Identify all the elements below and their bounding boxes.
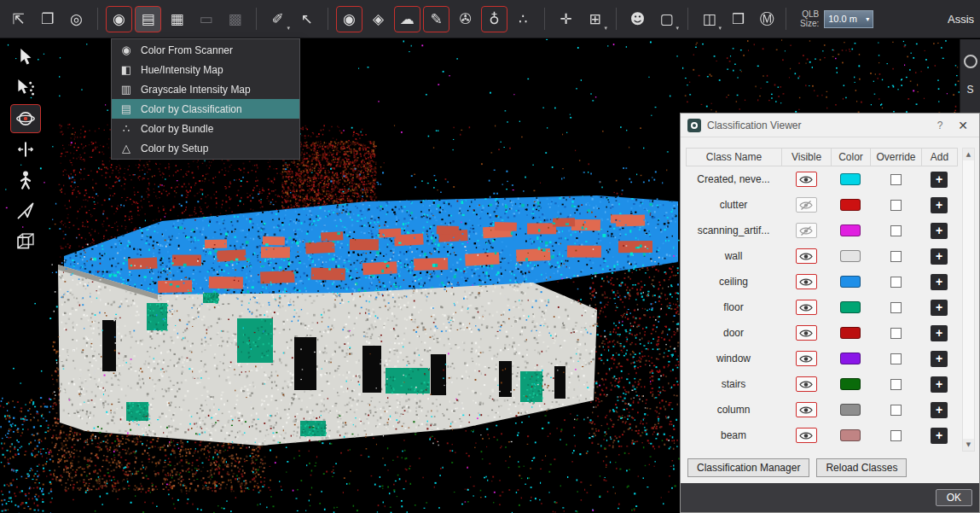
menu-item-color-by-bundle[interactable]: ∴Color by Bundle <box>112 119 299 138</box>
header-class-name[interactable]: Class Name <box>686 148 782 166</box>
pan-view-icon[interactable]: ⇱ <box>5 6 32 32</box>
override-checkbox[interactable] <box>890 200 902 211</box>
eye-icon[interactable] <box>796 402 817 417</box>
selection-mode-icon[interactable]: ▢▾ <box>653 6 680 32</box>
eye-icon[interactable] <box>796 376 817 392</box>
color-swatch[interactable] <box>840 224 861 236</box>
close-icon[interactable]: ✕ <box>954 119 972 132</box>
override-checkbox[interactable] <box>890 430 902 441</box>
class-row-ceiling: ceiling+ <box>686 269 979 294</box>
menu-item-color-by-classification[interactable]: ▤Color by Classification <box>112 99 299 119</box>
eye-icon[interactable] <box>796 172 817 187</box>
add-class-button[interactable]: + <box>931 325 948 341</box>
scan-target-icon[interactable]: ◉ <box>336 6 362 32</box>
add-class-button[interactable]: + <box>931 248 948 265</box>
view-cube-glyph: ◫ <box>702 12 716 26</box>
select-points-tool[interactable] <box>10 73 41 102</box>
eye-icon[interactable] <box>796 248 817 264</box>
walkthrough-tool[interactable] <box>10 166 41 195</box>
move-axes-icon[interactable]: ✛ <box>553 6 579 32</box>
qlb-label: QLB <box>800 9 819 19</box>
assistant-panel-label[interactable]: Assis <box>948 13 975 26</box>
orbit-tool[interactable] <box>10 104 41 133</box>
add-class-button[interactable]: + <box>931 172 948 188</box>
color-swatch[interactable] <box>840 199 861 211</box>
point-groups-icon[interactable]: ∴ <box>510 6 536 32</box>
grayscale-map-icon[interactable]: ▦ <box>164 6 190 32</box>
header-visible[interactable]: Visible <box>781 148 832 166</box>
override-checkbox[interactable] <box>890 302 902 313</box>
menu-item-color-from-scanner[interactable]: ◉Color From Scanner <box>112 40 299 60</box>
export-box-icon[interactable]: ⊞▾ <box>582 6 608 32</box>
add-class-button[interactable]: + <box>931 351 948 367</box>
view-cube-icon[interactable]: ◫▾ <box>696 6 722 32</box>
color-swatch[interactable] <box>840 250 861 262</box>
image-view-icon[interactable]: ▩ <box>222 6 248 32</box>
add-class-button[interactable]: + <box>931 428 948 444</box>
help-button[interactable]: ? <box>932 120 948 131</box>
color-from-scanner-icon[interactable]: ◉ <box>106 6 132 32</box>
header-add[interactable]: Add <box>921 148 958 166</box>
add-class-button[interactable]: + <box>931 223 948 239</box>
fly-tool[interactable] <box>10 196 41 225</box>
override-checkbox[interactable] <box>890 174 902 185</box>
override-checkbox[interactable] <box>890 277 902 288</box>
eye-icon[interactable] <box>796 351 817 366</box>
eye-icon[interactable] <box>796 274 817 289</box>
menu-item-hue-intensity-map[interactable]: ◧Hue/Intensity Map <box>112 60 299 79</box>
override-checkbox[interactable] <box>890 225 902 236</box>
eye-icon[interactable] <box>796 300 817 315</box>
add-class-button[interactable]: + <box>931 274 948 290</box>
add-class-button[interactable]: + <box>931 197 948 213</box>
header-override[interactable]: Override <box>870 148 922 166</box>
color-swatch[interactable] <box>840 429 861 441</box>
add-class-button[interactable]: + <box>931 376 948 393</box>
select-tool[interactable] <box>10 43 41 72</box>
align-tool[interactable] <box>10 135 41 164</box>
header-color[interactable]: Color <box>831 148 871 166</box>
eye-slash-icon[interactable] <box>796 223 817 238</box>
override-checkbox[interactable] <box>890 353 902 364</box>
zoom-window-icon[interactable]: ◎ <box>63 6 90 32</box>
override-checkbox[interactable] <box>890 251 902 262</box>
menu-item-color-by-setup[interactable]: △Color by Setup <box>112 138 299 158</box>
ok-button[interactable]: OK <box>936 489 972 506</box>
eye-icon[interactable] <box>796 428 817 443</box>
menu-item-grayscale-intensity-map[interactable]: ▥Grayscale Intensity Map <box>112 79 299 99</box>
box-view-tool[interactable] <box>10 227 41 256</box>
point-cloud-coloring-icon[interactable]: ▤ <box>135 6 161 32</box>
location-pin-icon[interactable]: ♁ <box>481 6 507 32</box>
color-swatch[interactable] <box>840 173 861 185</box>
classify-cloud-icon[interactable]: ☁ <box>394 6 420 32</box>
add-class-button[interactable]: + <box>931 300 948 316</box>
pick-tool-icon[interactable]: ↖ <box>293 6 320 32</box>
reload-classes-button[interactable]: Reload Classes <box>816 458 907 477</box>
color-swatch[interactable] <box>840 353 861 364</box>
scroll-up-icon[interactable]: ▲ <box>963 149 974 160</box>
color-swatch[interactable] <box>840 301 861 313</box>
color-swatch[interactable] <box>840 404 861 416</box>
scrollbar[interactable]: ▲ ▼ <box>962 148 975 452</box>
eye-icon[interactable] <box>796 325 817 341</box>
override-checkbox[interactable] <box>890 405 902 416</box>
override-checkbox[interactable] <box>890 379 902 390</box>
color-swatch[interactable] <box>840 378 861 390</box>
snapshot-camera-icon[interactable]: ✇ <box>452 6 478 32</box>
scroll-down-icon[interactable]: ▼ <box>963 439 974 451</box>
bounding-cube-icon[interactable]: ❒ <box>725 6 751 32</box>
classification-manager-button[interactable]: Classification Manager <box>687 458 809 477</box>
avatar-icon[interactable] <box>964 55 977 68</box>
add-class-button[interactable]: + <box>931 402 948 418</box>
collaborate-icon[interactable]: ☻ <box>624 6 651 32</box>
model-cube-icon[interactable]: Ⓜ <box>754 6 780 32</box>
color-swatch[interactable] <box>840 327 861 339</box>
duplicate-view-icon[interactable]: ❐ <box>34 6 61 32</box>
panorama-view-icon[interactable]: ▭ <box>193 6 219 32</box>
qlb-size-dropdown[interactable]: 10.0 m ▾ <box>824 10 873 28</box>
override-checkbox[interactable] <box>890 328 902 339</box>
eye-slash-icon[interactable] <box>796 197 817 213</box>
brush-tool-icon[interactable]: ✐▾ <box>264 6 291 32</box>
label-tag-icon[interactable]: ◈ <box>365 6 391 32</box>
annotate-pen-icon[interactable]: ✎ <box>423 6 449 32</box>
color-swatch[interactable] <box>840 276 861 288</box>
